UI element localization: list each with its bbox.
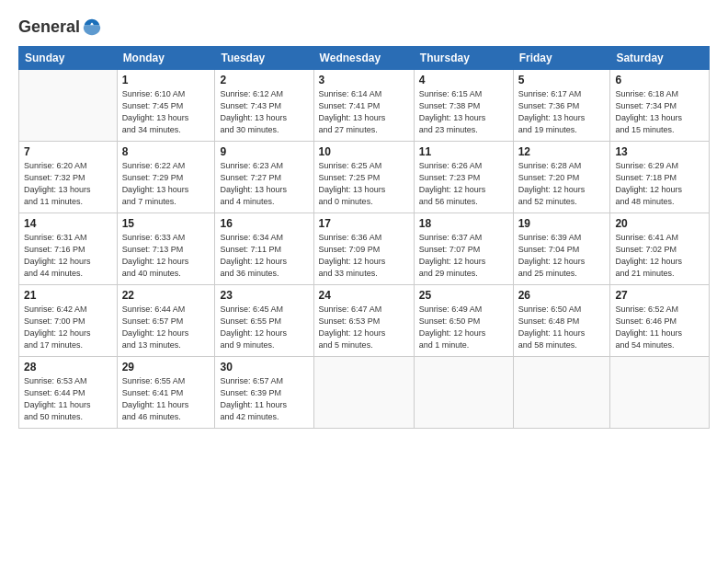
calendar-cell: 12Sunrise: 6:28 AM Sunset: 7:20 PM Dayli… (513, 142, 610, 213)
day-number: 11 (419, 145, 508, 158)
weekday-header: Sunday (19, 47, 118, 70)
calendar-cell: 6Sunrise: 6:18 AM Sunset: 7:34 PM Daylig… (610, 70, 710, 142)
day-info: Sunrise: 6:55 AM Sunset: 6:41 PM Dayligh… (122, 375, 210, 423)
weekday-header: Thursday (414, 47, 513, 70)
calendar-cell: 19Sunrise: 6:39 AM Sunset: 7:04 PM Dayli… (513, 213, 610, 285)
day-info: Sunrise: 6:44 AM Sunset: 6:57 PM Dayligh… (122, 304, 210, 351)
day-number: 19 (518, 217, 606, 230)
weekday-header: Friday (513, 47, 610, 70)
day-info: Sunrise: 6:29 AM Sunset: 7:18 PM Dayligh… (615, 160, 704, 208)
day-number: 28 (24, 361, 112, 373)
calendar-cell: 28Sunrise: 6:53 AM Sunset: 6:44 PM Dayli… (19, 357, 118, 429)
day-info: Sunrise: 6:26 AM Sunset: 7:23 PM Dayligh… (419, 160, 508, 208)
day-info: Sunrise: 6:49 AM Sunset: 6:50 PM Dayligh… (419, 304, 508, 351)
day-number: 4 (419, 74, 508, 86)
weekday-header: Monday (117, 47, 215, 70)
day-number: 1 (122, 74, 210, 86)
calendar-cell: 26Sunrise: 6:50 AM Sunset: 6:48 PM Dayli… (513, 285, 610, 357)
day-info: Sunrise: 6:20 AM Sunset: 7:32 PM Dayligh… (24, 160, 112, 208)
day-info: Sunrise: 6:23 AM Sunset: 7:27 PM Dayligh… (220, 160, 308, 208)
calendar-cell: 23Sunrise: 6:45 AM Sunset: 6:55 PM Dayli… (215, 285, 313, 357)
calendar-cell: 27Sunrise: 6:52 AM Sunset: 6:46 PM Dayli… (610, 285, 710, 357)
calendar-header-row: SundayMondayTuesdayWednesdayThursdayFrid… (19, 47, 710, 70)
calendar-cell: 16Sunrise: 6:34 AM Sunset: 7:11 PM Dayli… (215, 213, 313, 285)
day-number: 14 (24, 217, 112, 230)
day-info: Sunrise: 6:36 AM Sunset: 7:09 PM Dayligh… (319, 232, 409, 280)
weekday-header: Tuesday (215, 47, 313, 70)
calendar-cell: 30Sunrise: 6:57 AM Sunset: 6:39 PM Dayli… (215, 357, 313, 429)
day-number: 15 (122, 217, 210, 230)
calendar-week-row: 28Sunrise: 6:53 AM Sunset: 6:44 PM Dayli… (19, 357, 710, 429)
calendar-week-row: 21Sunrise: 6:42 AM Sunset: 7:00 PM Dayli… (19, 285, 710, 357)
calendar-cell: 29Sunrise: 6:55 AM Sunset: 6:41 PM Dayli… (117, 357, 215, 429)
calendar-cell (313, 357, 414, 429)
day-info: Sunrise: 6:42 AM Sunset: 7:00 PM Dayligh… (24, 304, 112, 351)
logo: General (18, 17, 102, 37)
calendar-cell: 11Sunrise: 6:26 AM Sunset: 7:23 PM Dayli… (414, 142, 513, 213)
day-number: 26 (518, 289, 606, 302)
calendar-cell: 17Sunrise: 6:36 AM Sunset: 7:09 PM Dayli… (313, 213, 414, 285)
day-number: 20 (615, 217, 704, 230)
day-info: Sunrise: 6:53 AM Sunset: 6:44 PM Dayligh… (24, 375, 112, 423)
calendar-cell: 15Sunrise: 6:33 AM Sunset: 7:13 PM Dayli… (117, 213, 215, 285)
calendar-cell: 13Sunrise: 6:29 AM Sunset: 7:18 PM Dayli… (610, 142, 710, 213)
day-number: 6 (615, 74, 704, 86)
day-info: Sunrise: 6:17 AM Sunset: 7:36 PM Dayligh… (518, 88, 606, 136)
day-number: 10 (319, 145, 409, 158)
day-info: Sunrise: 6:41 AM Sunset: 7:02 PM Dayligh… (615, 232, 704, 280)
day-number: 18 (419, 217, 508, 230)
day-info: Sunrise: 6:28 AM Sunset: 7:20 PM Dayligh… (518, 160, 606, 208)
calendar-cell: 9Sunrise: 6:23 AM Sunset: 7:27 PM Daylig… (215, 142, 313, 213)
calendar-cell: 2Sunrise: 6:12 AM Sunset: 7:43 PM Daylig… (215, 70, 313, 142)
calendar-cell: 4Sunrise: 6:15 AM Sunset: 7:38 PM Daylig… (414, 70, 513, 142)
calendar-cell: 1Sunrise: 6:10 AM Sunset: 7:45 PM Daylig… (117, 70, 215, 142)
day-info: Sunrise: 6:14 AM Sunset: 7:41 PM Dayligh… (319, 88, 409, 136)
day-info: Sunrise: 6:18 AM Sunset: 7:34 PM Dayligh… (615, 88, 704, 136)
calendar-cell (19, 70, 118, 142)
day-info: Sunrise: 6:39 AM Sunset: 7:04 PM Dayligh… (518, 232, 606, 280)
day-info: Sunrise: 6:31 AM Sunset: 7:16 PM Dayligh… (24, 232, 112, 280)
logo-general-text: General (18, 17, 80, 37)
calendar-cell (610, 357, 710, 429)
day-info: Sunrise: 6:25 AM Sunset: 7:25 PM Dayligh… (319, 160, 409, 208)
calendar-cell: 10Sunrise: 6:25 AM Sunset: 7:25 PM Dayli… (313, 142, 414, 213)
weekday-header: Saturday (610, 47, 710, 70)
calendar-cell: 18Sunrise: 6:37 AM Sunset: 7:07 PM Dayli… (414, 213, 513, 285)
day-number: 7 (24, 145, 112, 158)
day-number: 21 (24, 289, 112, 302)
calendar-cell: 20Sunrise: 6:41 AM Sunset: 7:02 PM Dayli… (610, 213, 710, 285)
weekday-header: Wednesday (313, 47, 414, 70)
day-number: 17 (319, 217, 409, 230)
calendar-week-row: 14Sunrise: 6:31 AM Sunset: 7:16 PM Dayli… (19, 213, 710, 285)
day-info: Sunrise: 6:52 AM Sunset: 6:46 PM Dayligh… (615, 304, 704, 351)
day-info: Sunrise: 6:10 AM Sunset: 7:45 PM Dayligh… (122, 88, 210, 136)
logo-icon (82, 17, 102, 37)
calendar-cell: 24Sunrise: 6:47 AM Sunset: 6:53 PM Dayli… (313, 285, 414, 357)
day-number: 16 (220, 217, 308, 230)
day-number: 12 (518, 145, 606, 158)
day-number: 24 (319, 289, 409, 302)
page-header: General (18, 17, 710, 37)
day-info: Sunrise: 6:57 AM Sunset: 6:39 PM Dayligh… (220, 375, 308, 423)
day-info: Sunrise: 6:34 AM Sunset: 7:11 PM Dayligh… (220, 232, 308, 280)
day-number: 3 (319, 74, 409, 86)
day-number: 2 (220, 74, 308, 86)
calendar-table: SundayMondayTuesdayWednesdayThursdayFrid… (18, 46, 710, 429)
calendar-cell: 22Sunrise: 6:44 AM Sunset: 6:57 PM Dayli… (117, 285, 215, 357)
day-info: Sunrise: 6:37 AM Sunset: 7:07 PM Dayligh… (419, 232, 508, 280)
day-info: Sunrise: 6:22 AM Sunset: 7:29 PM Dayligh… (122, 160, 210, 208)
day-number: 30 (220, 361, 308, 373)
day-number: 23 (220, 289, 308, 302)
day-number: 13 (615, 145, 704, 158)
day-info: Sunrise: 6:33 AM Sunset: 7:13 PM Dayligh… (122, 232, 210, 280)
calendar-cell: 25Sunrise: 6:49 AM Sunset: 6:50 PM Dayli… (414, 285, 513, 357)
day-number: 25 (419, 289, 508, 302)
calendar-week-row: 1Sunrise: 6:10 AM Sunset: 7:45 PM Daylig… (19, 70, 710, 142)
calendar-week-row: 7Sunrise: 6:20 AM Sunset: 7:32 PM Daylig… (19, 142, 710, 213)
calendar-cell: 3Sunrise: 6:14 AM Sunset: 7:41 PM Daylig… (313, 70, 414, 142)
calendar-cell (414, 357, 513, 429)
day-info: Sunrise: 6:12 AM Sunset: 7:43 PM Dayligh… (220, 88, 308, 136)
day-info: Sunrise: 6:45 AM Sunset: 6:55 PM Dayligh… (220, 304, 308, 351)
day-number: 9 (220, 145, 308, 158)
calendar-cell: 5Sunrise: 6:17 AM Sunset: 7:36 PM Daylig… (513, 70, 610, 142)
